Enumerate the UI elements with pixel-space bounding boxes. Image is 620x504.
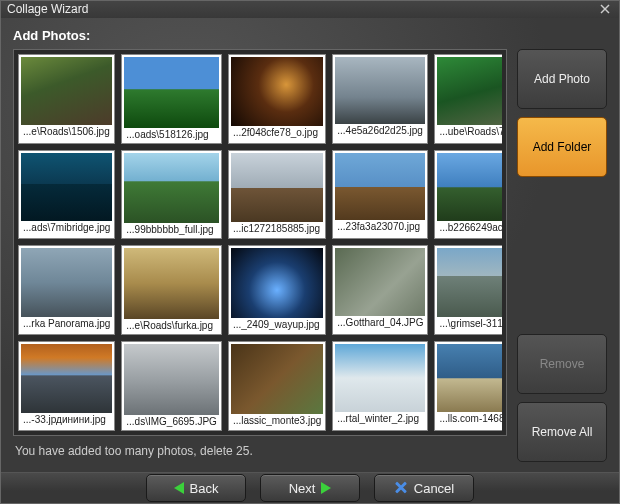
- gallery-panel: ...e\Roads\1506.jpg...oads\518126.jpg...…: [13, 49, 507, 463]
- window-title: Collage Wizard: [7, 2, 597, 16]
- back-label: Back: [190, 481, 219, 496]
- thumbnail-image: [124, 153, 219, 224]
- thumbnail-filename: ...2f048cfe78_o.jpg: [231, 126, 323, 139]
- thumbnail-image: [437, 248, 502, 316]
- cancel-button[interactable]: Cancel: [374, 474, 474, 502]
- thumbnail-image: [124, 57, 219, 128]
- thumbnail[interactable]: ...2f048cfe78_o.jpg: [228, 54, 326, 144]
- thumbnail[interactable]: ...Gotthard_04.JPG: [332, 245, 428, 335]
- titlebar: Collage Wizard: [1, 1, 619, 18]
- cancel-x-icon: [394, 481, 408, 495]
- thumbnail[interactable]: ...lassic_monte3.jpg: [228, 341, 326, 431]
- thumbnail-filename: ...b2266249ace.jpg: [437, 221, 502, 234]
- thumbnail-filename: ...e\Roads\furka.jpg: [124, 319, 219, 332]
- arrow-right-icon: [321, 482, 331, 494]
- thumbnail-filename: ...ube\Roads\79.jpg: [437, 125, 502, 138]
- thumbnail-image: [335, 153, 425, 221]
- thumbnail-image: [231, 57, 323, 126]
- thumbnail-image: [124, 248, 219, 319]
- thumbnail-image: [231, 153, 323, 222]
- remove-all-button[interactable]: Remove All: [517, 402, 607, 462]
- thumbnail-image: [437, 153, 502, 221]
- status-message: You have added too many photos, delete 2…: [13, 436, 507, 462]
- thumbnail-filename: ...Gotthard_04.JPG: [335, 316, 425, 329]
- thumbnail[interactable]: ...-33.jрдинини.jpg: [18, 341, 115, 431]
- remove-button[interactable]: Remove: [517, 334, 607, 394]
- thumbnail[interactable]: ...23fa3a23070.jpg: [332, 150, 428, 240]
- thumbnail[interactable]: ...b2266249ace.jpg: [434, 150, 502, 240]
- thumbnail-image: [335, 344, 425, 412]
- arrow-left-icon: [174, 482, 184, 494]
- thumbnail-image: [231, 248, 323, 317]
- next-button[interactable]: Next: [260, 474, 360, 502]
- add-photo-button[interactable]: Add Photo: [517, 49, 607, 109]
- thumbnail[interactable]: ...e\Roads\furka.jpg: [121, 245, 222, 335]
- thumbnail-filename: ...oads\518126.jpg: [124, 128, 219, 141]
- thumbnail[interactable]: ...ube\Roads\79.jpg: [434, 54, 502, 144]
- side-buttons: Add Photo Add Folder Remove Remove All: [517, 49, 607, 463]
- photo-grid: ...e\Roads\1506.jpg...oads\518126.jpg...…: [18, 54, 500, 432]
- bottom-bar: Back Next Cancel: [1, 472, 619, 503]
- thumbnail-image: [21, 344, 112, 412]
- thumbnail[interactable]: ...rka Panorama.jpg: [18, 245, 115, 335]
- thumbnail-image: [335, 248, 425, 316]
- thumbnail[interactable]: ...rtal_winter_2.jpg: [332, 341, 428, 431]
- thumbnail-filename: ...4e5a26d2d25.jpg: [335, 124, 425, 137]
- dialog-body: Add Photos: ...e\Roads\1506.jpg...oads\5…: [1, 18, 619, 473]
- thumbnail[interactable]: ...ads\7mibridge.jpg: [18, 150, 115, 240]
- thumbnail[interactable]: ...\grimsel-311.jpg: [434, 245, 502, 335]
- thumbnail[interactable]: ...e\Roads\1506.jpg: [18, 54, 115, 144]
- thumbnail-image: [21, 248, 112, 316]
- thumbnail-filename: ..._2409_wayup.jpg: [231, 318, 323, 331]
- add-folder-button[interactable]: Add Folder: [517, 117, 607, 177]
- cancel-label: Cancel: [414, 481, 454, 496]
- thumbnail-filename: ...lassic_monte3.jpg: [231, 414, 323, 427]
- thumbnail-filename: ...23fa3a23070.jpg: [335, 220, 425, 233]
- thumbnail-filename: ...e\Roads\1506.jpg: [21, 125, 112, 138]
- thumbnail[interactable]: ...99bbbbbb_full.jpg: [121, 150, 222, 240]
- gallery-scroll[interactable]: ...e\Roads\1506.jpg...oads\518126.jpg...…: [18, 54, 502, 432]
- thumbnail[interactable]: ...ds\IMG_6695.JPG: [121, 341, 222, 431]
- next-label: Next: [289, 481, 316, 496]
- thumbnail-filename: ...ads\7mibridge.jpg: [21, 221, 112, 234]
- thumbnail-image: [124, 344, 219, 415]
- close-button[interactable]: [597, 1, 613, 17]
- thumbnail-filename: ...ds\IMG_6695.JPG: [124, 415, 219, 428]
- thumbnail[interactable]: ...ic1272185885.jpg: [228, 150, 326, 240]
- back-button[interactable]: Back: [146, 474, 246, 502]
- gallery-frame: ...e\Roads\1506.jpg...oads\518126.jpg...…: [13, 49, 507, 437]
- thumbnail-image: [21, 57, 112, 125]
- thumbnail-image: [21, 153, 112, 221]
- thumbnail[interactable]: ...4e5a26d2d25.jpg: [332, 54, 428, 144]
- thumbnail-image: [437, 57, 502, 125]
- thumbnail-filename: ...lls.com-14683.jpg: [437, 412, 502, 425]
- thumbnail-filename: ...rtal_winter_2.jpg: [335, 412, 425, 425]
- section-label: Add Photos:: [13, 28, 607, 43]
- thumbnail-filename: ...99bbbbbb_full.jpg: [124, 223, 219, 236]
- thumbnail-filename: ...-33.jрдинини.jpg: [21, 413, 112, 426]
- content-row: ...e\Roads\1506.jpg...oads\518126.jpg...…: [13, 49, 607, 463]
- thumbnail-image: [437, 344, 502, 412]
- thumbnail-filename: ...ic1272185885.jpg: [231, 222, 323, 235]
- thumbnail[interactable]: ...oads\518126.jpg: [121, 54, 222, 144]
- thumbnail[interactable]: ..._2409_wayup.jpg: [228, 245, 326, 335]
- close-icon: [600, 4, 610, 14]
- thumbnail[interactable]: ...lls.com-14683.jpg: [434, 341, 502, 431]
- thumbnail-filename: ...rka Panorama.jpg: [21, 317, 112, 330]
- thumbnail-image: [335, 57, 425, 125]
- collage-wizard-window: Collage Wizard Add Photos: ...e\Roads\15…: [0, 0, 620, 504]
- thumbnail-filename: ...\grimsel-311.jpg: [437, 317, 502, 330]
- thumbnail-image: [231, 344, 323, 413]
